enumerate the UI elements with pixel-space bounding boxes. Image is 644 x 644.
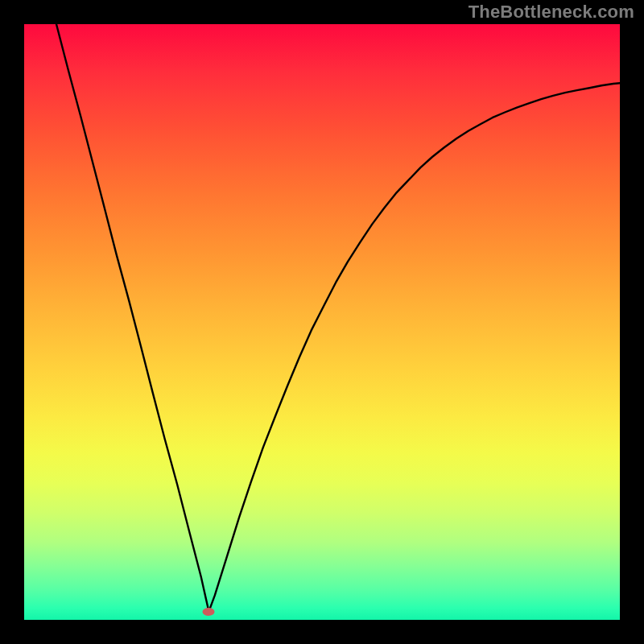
curve-line: [24, 24, 620, 620]
min-marker: [203, 608, 215, 616]
plot-area: [24, 24, 620, 620]
chart-frame: TheBottleneck.com: [0, 0, 644, 644]
watermark-text: TheBottleneck.com: [469, 2, 634, 23]
